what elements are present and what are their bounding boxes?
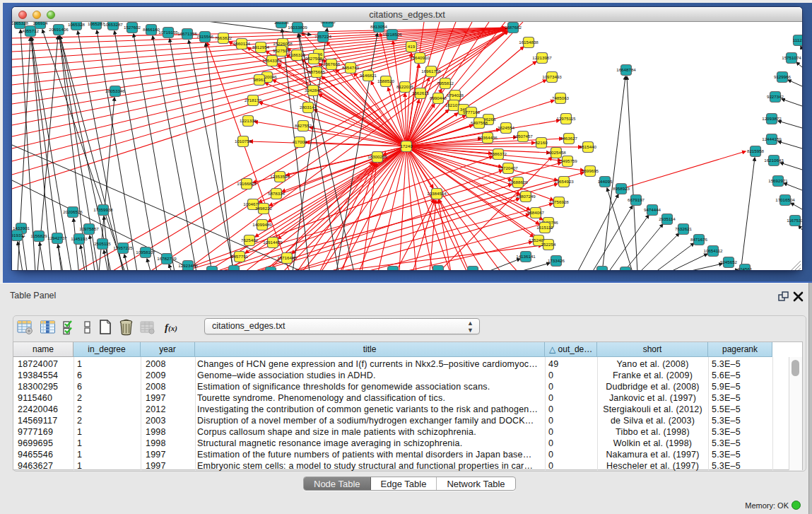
svg-text:252254: 252254 <box>541 242 556 247</box>
svg-text:924561: 924561 <box>738 267 753 270</box>
svg-text:16210643: 16210643 <box>764 158 784 163</box>
svg-text:419: 419 <box>408 44 416 49</box>
svg-text:160338: 160338 <box>274 22 289 25</box>
svg-text:10507457: 10507457 <box>513 134 533 139</box>
svg-text:10719155: 10719155 <box>158 30 178 35</box>
svg-text:20206576: 20206576 <box>63 209 83 214</box>
svg-text:1588520: 1588520 <box>377 78 395 83</box>
svg-text:12975115: 12975115 <box>556 116 576 121</box>
svg-text:1065328: 1065328 <box>68 22 86 27</box>
svg-text:17016504: 17016504 <box>775 197 795 202</box>
svg-text:16961758: 16961758 <box>421 69 441 74</box>
svg-text:1010755: 1010755 <box>235 139 252 144</box>
svg-text:8122035: 8122035 <box>396 84 414 89</box>
svg-text:2718170: 2718170 <box>245 98 262 103</box>
svg-text:16154838: 16154838 <box>519 40 539 45</box>
svg-text:7632621: 7632621 <box>675 226 693 231</box>
svg-text:13495759: 13495759 <box>558 158 577 163</box>
svg-text:8912954: 8912954 <box>252 45 270 49</box>
svg-text:3242845: 3242845 <box>305 88 322 93</box>
svg-text:10654112: 10654112 <box>703 248 723 253</box>
svg-text:2803144: 2803144 <box>300 105 317 110</box>
svg-text:10025458: 10025458 <box>546 150 566 155</box>
svg-text:19166825: 19166825 <box>237 181 257 186</box>
svg-text:19654923: 19654923 <box>554 179 574 184</box>
svg-text:1615112: 1615112 <box>536 225 553 230</box>
svg-text:62160: 62160 <box>535 140 548 145</box>
svg-text:7663822: 7663822 <box>215 35 233 40</box>
svg-text:3624554: 3624554 <box>498 125 515 130</box>
svg-text:8813054: 8813054 <box>370 24 388 29</box>
svg-text:9684067: 9684067 <box>527 210 545 215</box>
svg-text:1065328: 1065328 <box>12 22 29 25</box>
svg-text:5875685: 5875685 <box>308 69 326 74</box>
svg-text:6679197: 6679197 <box>628 197 645 202</box>
svg-text:1221338: 1221338 <box>240 118 257 123</box>
svg-text:7955812: 7955812 <box>437 81 454 86</box>
svg-text:18807249: 18807249 <box>516 194 536 199</box>
svg-text:1562615: 1562615 <box>412 90 430 95</box>
svg-text:1156829: 1156829 <box>30 233 47 238</box>
svg-text:7625402: 7625402 <box>241 238 259 243</box>
svg-text:1527602: 1527602 <box>124 25 141 30</box>
svg-text:2935114: 2935114 <box>659 216 676 221</box>
svg-text:2367608: 2367608 <box>323 62 341 66</box>
svg-text:10958107: 10958107 <box>136 250 155 255</box>
svg-text:9515440: 9515440 <box>579 144 597 149</box>
svg-text:10973493: 10973493 <box>542 74 562 79</box>
svg-text:10653287: 10653287 <box>103 22 123 27</box>
svg-text:10914479: 10914479 <box>263 240 283 245</box>
svg-text:9227342: 9227342 <box>767 94 784 99</box>
svg-text:28053346: 28053346 <box>105 88 125 93</box>
svg-text:8454749: 8454749 <box>342 65 360 70</box>
svg-text:14136141: 14136141 <box>516 254 536 259</box>
svg-text:16671355: 16671355 <box>177 31 197 36</box>
svg-text:12353594: 12353594 <box>270 174 290 179</box>
svg-text:9474444: 9474444 <box>644 207 661 212</box>
svg-text:16648784: 16648784 <box>616 67 636 72</box>
svg-text:1167533: 1167533 <box>787 218 802 223</box>
svg-text:12093872: 12093872 <box>762 116 782 121</box>
svg-text:9146821: 9146821 <box>360 73 377 78</box>
svg-text:15716485: 15716485 <box>277 255 297 260</box>
svg-text:10975857: 10975857 <box>79 226 99 231</box>
svg-text:17957225: 17957225 <box>113 245 133 250</box>
svg-text:19218506: 19218506 <box>382 32 402 37</box>
svg-text:12923468: 12923468 <box>178 263 198 268</box>
svg-text:9527506: 9527506 <box>273 48 290 53</box>
svg-text:6794028: 6794028 <box>447 93 464 98</box>
svg-text:16033809: 16033809 <box>288 25 307 30</box>
svg-text:2505115: 2505115 <box>94 241 111 246</box>
svg-text:9660124: 9660124 <box>233 41 251 46</box>
svg-text:10756928: 10756928 <box>549 199 569 204</box>
svg-text:1065287: 1065287 <box>88 22 105 26</box>
svg-text:8471676: 8471676 <box>690 237 708 242</box>
svg-text:8990448: 8990448 <box>430 95 447 100</box>
svg-text:9527508: 9527508 <box>305 56 323 61</box>
svg-text:9777169: 9777169 <box>463 110 481 115</box>
svg-text:12444159: 12444159 <box>762 136 782 141</box>
svg-text:8466160: 8466160 <box>143 27 160 32</box>
svg-text:12213967: 12213967 <box>532 55 552 60</box>
svg-text:6497568: 6497568 <box>471 120 488 125</box>
svg-text:3498222: 3498222 <box>255 206 273 211</box>
svg-text:8186328: 8186328 <box>288 52 306 57</box>
svg-text:8958923: 8958923 <box>613 186 630 191</box>
svg-text:1145193: 1145193 <box>71 236 88 241</box>
svg-text:7386372: 7386372 <box>490 151 507 156</box>
svg-text:12942737: 12942737 <box>47 235 67 240</box>
svg-text:18300295: 18300295 <box>367 154 387 159</box>
svg-text:98961: 98961 <box>253 77 266 82</box>
svg-text:15751074: 15751074 <box>782 55 801 60</box>
svg-text:15720407: 15720407 <box>498 165 518 170</box>
svg-text:10688609: 10688609 <box>508 180 528 185</box>
svg-text:16782759: 16782759 <box>157 256 177 261</box>
svg-text:8427552: 8427552 <box>295 123 312 128</box>
svg-text:14099489: 14099489 <box>252 222 272 227</box>
svg-text:9245652: 9245652 <box>720 259 738 264</box>
svg-text:7515546: 7515546 <box>196 34 214 39</box>
svg-text:17240: 17240 <box>400 144 413 148</box>
svg-text:8215958: 8215958 <box>747 148 765 153</box>
svg-text:417004: 417004 <box>293 139 307 144</box>
svg-text:1733426: 1733426 <box>548 258 565 263</box>
